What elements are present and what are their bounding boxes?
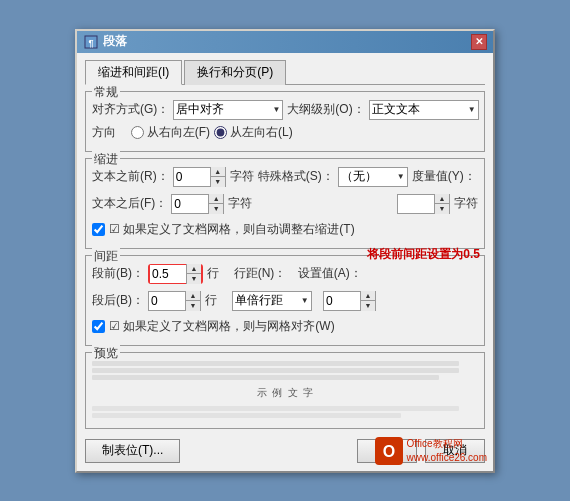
after-spacing-unit: 行 (205, 292, 217, 309)
spacing-section-title: 间距 (92, 248, 120, 265)
indent-section-title: 缩进 (92, 151, 120, 168)
general-section: 常规 对齐方式(G)： 居中对齐 ▼ 大纲级别(O)： 正文文本 ▼ (85, 91, 485, 152)
preview-line-1 (92, 361, 459, 366)
before-spacing-label: 段前(B)： (92, 265, 144, 282)
line-spacing-value: 单倍行距 (235, 292, 283, 309)
before-text-label: 文本之前(R)： (92, 168, 169, 185)
svg-text:¶: ¶ (88, 38, 93, 48)
radio-ltr-input[interactable] (214, 126, 227, 139)
tab-line-page[interactable]: 换行和分页(P) (184, 60, 286, 85)
after-spacing-spinner[interactable]: ▲ ▼ (148, 291, 201, 311)
before-text-spinner[interactable]: ▲ ▼ (173, 167, 226, 187)
title-bar-left: ¶ 段落 (83, 33, 127, 50)
preview-section-title: 预览 (92, 345, 120, 362)
alignment-label: 对齐方式(G)： (92, 101, 169, 118)
after-text-label: 文本之后(F)： (92, 195, 167, 212)
cancel-button[interactable]: 取消 (425, 439, 485, 463)
dialog-wrapper: ¶ 段落 ✕ 缩进和间距(I) 换行和分页(P) 常规 对齐方式(G)： 居中对 (75, 29, 495, 473)
after-text-input[interactable] (172, 195, 208, 213)
grid-align-checkbox[interactable] (92, 320, 105, 333)
after-spacing-arrows: ▲ ▼ (185, 291, 200, 311)
measurement-spinner-indent[interactable]: ▲ ▼ (397, 194, 450, 214)
after-text-up[interactable]: ▲ (209, 194, 223, 205)
auto-adjust-label: ☑ 如果定义了文档网格，则自动调整右缩进(T) (109, 221, 355, 238)
outline-arrow: ▼ (468, 105, 476, 114)
before-text-down[interactable]: ▼ (211, 177, 225, 187)
tab-bar: 缩进和间距(I) 换行和分页(P) (85, 59, 485, 85)
radio-rtl-label: 从右向左(F) (147, 124, 210, 141)
grid-align-row: ☑ 如果定义了文档网格，则与网格对齐(W) (92, 318, 478, 335)
outline-value: 正文文本 (372, 101, 420, 118)
after-text-spinner[interactable]: ▲ ▼ (171, 194, 224, 214)
tab-indent-spacing[interactable]: 缩进和间距(I) (85, 60, 182, 85)
outline-label: 大纲级别(O)： (287, 101, 364, 118)
bottom-buttons: 制表位(T)... 确定 取消 (85, 435, 485, 465)
indent-section: 缩进 文本之前(R)： ▲ ▼ 字符 特殊格式(S)： (85, 158, 485, 249)
after-text-unit: 字符 (228, 195, 252, 212)
after-spacing-down[interactable]: ▼ (186, 301, 200, 311)
after-text-down[interactable]: ▼ (209, 204, 223, 214)
radio-ltr-label: 从左向右(L) (230, 124, 293, 141)
grid-align-label: ☑ 如果定义了文档网格，则与网格对齐(W) (109, 318, 335, 335)
ok-button[interactable]: 确定 (357, 439, 417, 463)
measurement-down-spacing[interactable]: ▼ (361, 301, 375, 311)
measurement-up-spacing[interactable]: ▲ (361, 291, 375, 302)
special-value: （无） (341, 168, 377, 185)
after-spacing-input[interactable] (149, 292, 185, 310)
before-text-input[interactable] (174, 168, 210, 186)
after-text-arrows: ▲ ▼ (208, 194, 223, 214)
special-arrow: ▼ (397, 172, 405, 181)
close-button[interactable]: ✕ (471, 34, 487, 50)
special-label: 特殊格式(S)： (258, 168, 334, 185)
preview-section: 预览 示 例 文 字 (85, 352, 485, 429)
measurement-up-indent[interactable]: ▲ (435, 194, 449, 205)
after-spacing-row: 段后(B)： ▲ ▼ 行 单倍行距 ▼ (92, 291, 478, 311)
general-section-content: 对齐方式(G)： 居中对齐 ▼ 大纲级别(O)： 正文文本 ▼ 方向 (92, 100, 478, 141)
line-spacing-label: 行距(N)： (234, 265, 287, 282)
after-spacing-label: 段后(B)： (92, 292, 144, 309)
measurement-arrows-indent: ▲ ▼ (434, 194, 449, 214)
before-spacing-row: 段前(B)： ▲ ▼ 行 行距(N)： 设置值(A)： (92, 264, 478, 284)
spacing-section: 间距 将段前间距设置为0.5 段前(B)： ▲ ▼ 行 (85, 255, 485, 346)
alignment-select[interactable]: 居中对齐 ▼ (173, 100, 283, 120)
before-text-up[interactable]: ▲ (211, 167, 225, 178)
tab-stops-button[interactable]: 制表位(T)... (85, 439, 180, 463)
direction-label: 方向 (92, 124, 116, 141)
line-spacing-arrow: ▼ (301, 296, 309, 305)
before-spacing-down[interactable]: ▼ (187, 274, 201, 284)
preview-sample-text: 示 例 文 字 (92, 386, 478, 400)
before-spacing-spinner[interactable]: ▲ ▼ (148, 264, 203, 284)
dialog-title: 段落 (103, 33, 127, 50)
spacing-section-content: 段前(B)： ▲ ▼ 行 行距(N)： 设置值(A)： (92, 264, 478, 339)
preview-line-5 (92, 413, 401, 418)
measurement-arrows-spacing: ▲ ▼ (360, 291, 375, 311)
after-spacing-up[interactable]: ▲ (186, 291, 200, 302)
before-spacing-input[interactable] (150, 265, 186, 283)
measurement-input-spacing[interactable] (324, 292, 360, 310)
measurement-label-spacing: 设置值(A)： (298, 265, 362, 282)
measurement-label-indent: 度量值(Y)： (412, 168, 476, 185)
direction-row: 方向 从右向左(F) 从左向右(L) (92, 124, 478, 141)
before-text-unit: 字符 (230, 168, 254, 185)
after-text-row: 文本之后(F)： ▲ ▼ 字符 ▲ (92, 194, 478, 214)
title-bar: ¶ 段落 ✕ (77, 31, 493, 53)
spacing-annotation: 将段前间距设置为0.5 (367, 246, 480, 263)
radio-rtl[interactable]: 从右向左(F) (131, 124, 210, 141)
before-text-row: 文本之前(R)： ▲ ▼ 字符 特殊格式(S)： （无） ▼ (92, 167, 478, 187)
measurement-down-indent[interactable]: ▼ (435, 204, 449, 214)
special-select[interactable]: （无） ▼ (338, 167, 408, 187)
measurement-input-indent[interactable] (398, 195, 434, 213)
before-text-arrows: ▲ ▼ (210, 167, 225, 187)
general-section-title: 常规 (92, 84, 120, 101)
radio-ltr[interactable]: 从左向右(L) (214, 124, 293, 141)
outline-select[interactable]: 正文文本 ▼ (369, 100, 479, 120)
dialog-icon: ¶ (83, 34, 99, 50)
radio-rtl-input[interactable] (131, 126, 144, 139)
preview-content: 示 例 文 字 (92, 357, 478, 422)
auto-adjust-checkbox[interactable] (92, 223, 105, 236)
measurement-spinner-spacing[interactable]: ▲ ▼ (323, 291, 376, 311)
alignment-value: 居中对齐 (176, 101, 224, 118)
before-spacing-up[interactable]: ▲ (187, 264, 201, 275)
line-spacing-select[interactable]: 单倍行距 ▼ (232, 291, 312, 311)
paragraph-dialog: ¶ 段落 ✕ 缩进和间距(I) 换行和分页(P) 常规 对齐方式(G)： 居中对 (75, 29, 495, 473)
